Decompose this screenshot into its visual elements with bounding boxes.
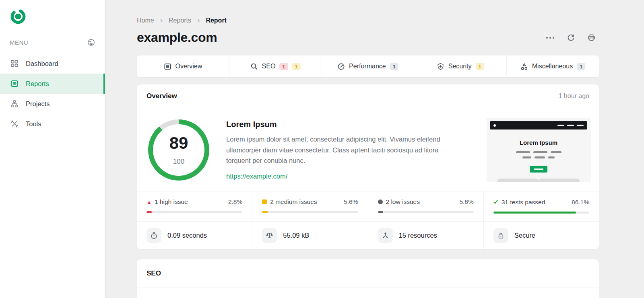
breadcrumb-home[interactable]: Home <box>137 17 154 24</box>
metric-resources: 15 resources <box>368 222 483 249</box>
lock-icon <box>493 228 508 243</box>
site-heading: Lorem Ipsum <box>226 120 459 129</box>
print-icon[interactable] <box>587 33 596 42</box>
breadcrumb-reports[interactable]: Reports <box>169 17 191 24</box>
issues-badge: 1 <box>577 63 585 70</box>
score-ring: 89 100 <box>148 119 209 181</box>
sidebar-item-reports[interactable]: Reports <box>0 74 105 94</box>
sidebar-item-label: Tools <box>26 120 41 128</box>
tests-passed-check-icon: ✓ <box>493 198 499 206</box>
site-url-link[interactable]: https://example.com/ <box>226 173 287 180</box>
refresh-icon[interactable] <box>567 33 575 42</box>
menu-section-label: MENU <box>10 39 28 46</box>
main-content: Home › Reports › Report example.com <box>105 0 644 298</box>
stat-progress-track <box>378 211 474 213</box>
stat-medium-issues: 2 medium issues 5.6% <box>252 191 367 221</box>
stat-label: 2 medium issues <box>270 198 317 206</box>
thumbnail-card-block <box>497 179 539 182</box>
thumbnail-button <box>530 166 547 173</box>
tools-icon <box>10 120 19 128</box>
stopwatch-icon <box>147 228 161 243</box>
stat-progress-track <box>493 212 589 214</box>
stat-percent: 5.6% <box>459 198 473 206</box>
thumbnail-heading: Lorem Ipsum <box>487 139 590 146</box>
stat-label: 31 tests passed <box>502 199 545 206</box>
tab-miscellaneous[interactable]: Miscellaneous 1 <box>506 55 599 77</box>
high-issue-triangle-icon: ▲ <box>147 199 152 205</box>
issue-stats-row: ▲ 1 high issue 2.8% 2 medium issues 5.6% <box>137 191 599 221</box>
metric-label: Secure <box>514 232 535 239</box>
sidebar: MENU Dashboard Reports <box>0 0 105 298</box>
breadcrumb-chevron-icon: › <box>197 16 200 25</box>
report-toolbar <box>546 33 599 42</box>
metric-label: 55.09 kB <box>283 232 309 239</box>
overview-card: Overview 1 hour ago 89 100 Lorem Ipsum L… <box>137 84 599 249</box>
sidebar-item-label: Reports <box>26 80 49 88</box>
scale-icon <box>262 228 277 243</box>
tab-label: SEO <box>262 63 276 70</box>
shapes-icon <box>520 63 528 70</box>
site-thumbnail: Lorem Ipsum <box>487 118 590 182</box>
stat-percent: 86.1% <box>572 199 589 206</box>
stat-high-issues: ▲ 1 high issue 2.8% <box>137 191 252 221</box>
sidebar-item-tools[interactable]: Tools <box>0 114 105 134</box>
stat-label: 2 low issues <box>386 198 420 206</box>
stat-progress-fill <box>493 212 576 214</box>
stat-progress-track <box>262 211 358 213</box>
app-logo[interactable] <box>0 0 105 25</box>
dashboard-grid-icon <box>10 60 19 68</box>
issues-badge: 1 <box>390 63 398 70</box>
seo-card: SEO <box>137 259 599 298</box>
more-icon[interactable] <box>546 37 555 39</box>
stat-label: 1 high issue <box>155 198 188 206</box>
score-max: 100 <box>173 158 184 166</box>
breadcrumb-chevron-icon: › <box>160 16 163 25</box>
thumbnail-browser-bar <box>490 121 587 129</box>
low-issue-circle-icon <box>378 199 383 204</box>
report-tabs: Overview SEO 1 1 Performance 1 Security … <box>137 55 599 77</box>
thumbnail-text-row <box>487 156 590 158</box>
stat-progress-fill <box>262 211 267 213</box>
thumbnail-card-block <box>539 179 580 182</box>
issues-badge: 1 <box>476 63 484 70</box>
tab-overview[interactable]: Overview <box>137 55 229 77</box>
site-description: Lorem ipsum dolor sit amet, consectetur … <box>226 134 459 166</box>
stat-tests-passed: ✓ 31 tests passed 86.1% <box>483 191 599 221</box>
thumbnail-nav-links <box>557 125 584 126</box>
target-logo-icon <box>10 8 27 25</box>
sidebar-item-dashboard[interactable]: Dashboard <box>0 53 105 74</box>
seo-card-body <box>137 288 599 298</box>
metrics-row: 0.09 seconds 55.09 kB <box>137 221 599 249</box>
resources-icon <box>378 228 393 243</box>
stat-progress-track <box>147 211 242 213</box>
stat-low-issues: 2 low issues 5.6% <box>368 191 483 221</box>
score-divider <box>171 155 186 155</box>
tab-seo[interactable]: SEO 1 1 <box>229 55 322 77</box>
overview-card-title: Overview <box>147 92 177 100</box>
metric-label: 0.09 seconds <box>167 232 207 239</box>
score-value: 89 <box>169 135 188 152</box>
sidebar-item-label: Projects <box>26 100 50 108</box>
breadcrumb: Home › Reports › Report <box>137 16 599 25</box>
breadcrumb-current: Report <box>206 17 227 24</box>
stat-progress-fill <box>147 211 152 213</box>
shield-icon <box>437 63 444 70</box>
tab-performance[interactable]: Performance 1 <box>322 55 414 77</box>
reports-list-icon <box>10 80 19 88</box>
metric-page-size: 55.09 kB <box>252 222 367 249</box>
stat-percent: 5.6% <box>344 198 358 206</box>
stat-progress-fill <box>378 211 383 213</box>
high-issues-badge: 1 <box>279 63 288 70</box>
sidebar-nav: Dashboard Reports Projects Tools <box>0 53 105 134</box>
page-title: example.com <box>137 30 217 45</box>
sidebar-item-projects[interactable]: Projects <box>0 94 105 114</box>
overview-list-icon <box>164 63 171 70</box>
tab-label: Security <box>448 63 472 70</box>
report-timestamp: 1 hour ago <box>558 92 589 100</box>
tab-label: Performance <box>349 63 386 70</box>
sidebar-item-label: Dashboard <box>26 60 58 68</box>
tab-label: Overview <box>175 63 202 70</box>
metric-security: Secure <box>483 222 599 249</box>
account-settings-icon[interactable] <box>87 39 95 46</box>
tab-security[interactable]: Security 1 <box>414 55 506 77</box>
